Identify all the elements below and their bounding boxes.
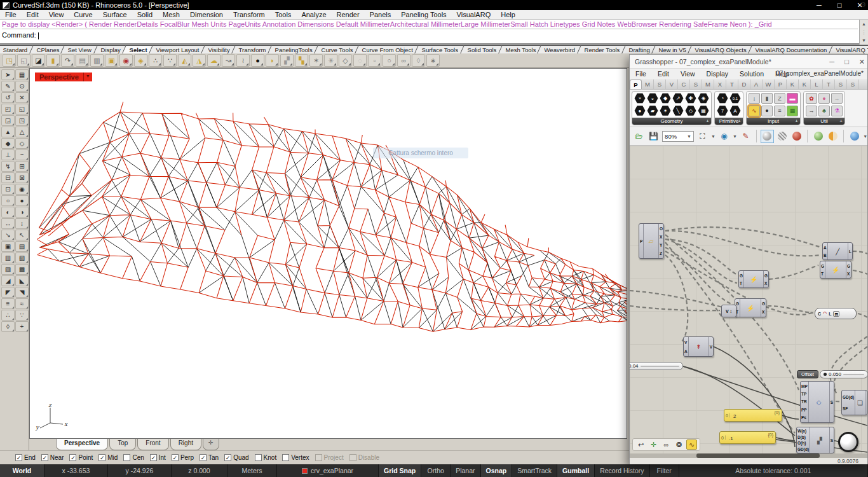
left-toolbar-icon-41[interactable]: ≈ xyxy=(15,298,29,309)
toolbar-tab-solid-tools[interactable]: Solid Tools xyxy=(460,45,505,53)
gh-primitive-icon-3[interactable]: A xyxy=(729,106,741,116)
toggle-smarttrack[interactable]: SmartTrack xyxy=(512,464,557,477)
gh-minimize-button[interactable]: ─ xyxy=(829,58,834,66)
units-label[interactable]: Meters xyxy=(227,464,277,477)
jump-icon[interactable]: ● xyxy=(818,93,830,104)
command-scrollbar[interactable]: ▲ ⋮ ▼ xyxy=(859,20,868,45)
menu-item-paneling-tools[interactable]: Paneling Tools xyxy=(396,11,451,18)
gh-menu-edit[interactable]: Edit xyxy=(652,70,675,78)
left-toolbar-icon-44[interactable]: ◊ xyxy=(1,321,15,332)
port-Y[interactable]: Y xyxy=(660,243,663,247)
top-toolbar-icon-2[interactable]: ◪ xyxy=(32,54,45,67)
gh-geometry-icon-1[interactable]: ● xyxy=(634,106,646,116)
left-toolbar-icon-40[interactable]: ≡ xyxy=(1,298,15,309)
cherry-picker-icon[interactable]: ✿ xyxy=(806,93,817,104)
toolbar-tab-visualarq-documentation[interactable]: VisualARQ Documentation xyxy=(749,45,836,53)
osnap-mid[interactable]: ✓Mid xyxy=(98,454,118,461)
port-G[interactable]: G xyxy=(762,301,765,306)
port-X[interactable]: X xyxy=(764,281,768,286)
widget-axis-icon[interactable]: ✛ xyxy=(648,439,659,450)
gh-category-tab-10-A[interactable]: A xyxy=(750,80,763,89)
left-toolbar-icon-34[interactable]: ▨ xyxy=(1,264,15,275)
menu-item-mesh[interactable]: Mesh xyxy=(158,11,185,18)
gh-category-tab-14-K[interactable]: K xyxy=(799,80,811,89)
gh-geometry-icon-9[interactable]: ◇ xyxy=(685,106,696,116)
viewport-title[interactable]: Perspective ▼ xyxy=(35,73,92,81)
menu-item-analyze[interactable]: Analyze xyxy=(296,11,331,18)
image-sampler-icon[interactable]: ▦ xyxy=(787,106,798,116)
left-toolbar-icon-22[interactable]: ○ xyxy=(1,195,15,206)
port-Ps[interactable]: Ps xyxy=(801,415,808,420)
curve-button-icon[interactable]: ⬒ xyxy=(833,311,839,317)
gh-category-tab-13-K[interactable]: K xyxy=(787,80,799,89)
menu-item-view[interactable]: View xyxy=(44,11,69,18)
left-toolbar-icon-45[interactable]: + xyxy=(15,321,29,332)
gh-menu-solution[interactable]: Solution xyxy=(734,70,770,78)
gh-category-tab-8-T[interactable]: T xyxy=(726,80,738,89)
checkbox-quad[interactable]: ✓ xyxy=(224,454,231,461)
left-toolbar-icon-31[interactable]: ▤ xyxy=(15,241,29,252)
left-toolbar-icon-19[interactable]: ⊠ xyxy=(15,172,29,183)
scroll-down-icon[interactable]: ▼ xyxy=(860,36,868,45)
left-toolbar-icon-15[interactable]: ~ xyxy=(15,149,29,160)
left-toolbar-icon-23[interactable]: ● xyxy=(15,195,29,206)
toolbar-tab-surface-tools[interactable]: Surface Tools xyxy=(415,45,466,53)
port-T[interactable]: T xyxy=(821,272,824,276)
top-toolbar-icon-8[interactable]: ◉ xyxy=(119,54,133,67)
left-toolbar-icon-37[interactable]: ◣ xyxy=(15,275,29,286)
menu-item-transform[interactable]: Transform xyxy=(228,11,270,18)
gh-category-tab-4-C[interactable]: C xyxy=(678,80,690,89)
data-out-icon[interactable]: → xyxy=(806,106,817,116)
left-toolbar-icon-8[interactable]: ◲ xyxy=(1,115,15,126)
widget-spiral-icon[interactable]: ❂ xyxy=(674,439,684,450)
menu-item-curve[interactable]: Curve xyxy=(69,11,97,18)
chevron-down-icon[interactable]: ▼ xyxy=(863,134,867,139)
viewport-tab-front[interactable]: Front xyxy=(137,439,168,450)
toolbar-tab-weaverbird[interactable]: Weaverbird xyxy=(538,45,583,53)
port-S[interactable]: S xyxy=(831,438,833,443)
gh-component-morph[interactable]: GD(d)SF❏ xyxy=(841,390,867,415)
port-V[interactable]: V xyxy=(710,345,712,349)
selected-preview-icon[interactable] xyxy=(812,130,824,142)
perspective-viewport[interactable]: Perspective ▼ Cattura schermo intero z x… xyxy=(29,68,627,439)
gh-geometry-icon-11[interactable]: ▦ xyxy=(698,106,709,116)
top-toolbar-icon-20[interactable]: ▚ xyxy=(295,54,308,67)
port-S[interactable]: S xyxy=(831,400,833,404)
viewport-tab-perspective[interactable]: Perspective xyxy=(56,439,108,450)
left-toolbar-icon-39[interactable]: ◥ xyxy=(15,287,29,298)
top-toolbar-icon-24[interactable]: ◌ xyxy=(353,54,367,67)
top-toolbar-icon-5[interactable]: ▤ xyxy=(76,54,89,67)
left-toolbar-icon-27[interactable]: ↕ xyxy=(15,218,29,229)
maximize-button[interactable]: □ xyxy=(835,1,844,9)
port-GD(d)[interactable]: GD(d) xyxy=(843,395,854,399)
port-L[interactable]: L xyxy=(849,249,851,254)
gh-component-move3[interactable]: GT⚡GX xyxy=(820,261,851,279)
left-toolbar-icon-26[interactable]: ↔ xyxy=(1,218,15,229)
gh-geometry-icon-5[interactable]: ✶ xyxy=(660,106,671,116)
port-P[interactable]: P xyxy=(640,239,642,244)
left-toolbar-icon-42[interactable]: ∴ xyxy=(1,310,15,321)
gh-primitive-icon-1[interactable]: 7 xyxy=(717,106,728,116)
toggle-ortho[interactable]: Ortho xyxy=(421,464,451,477)
left-toolbar-icon-38[interactable]: ◤ xyxy=(1,287,15,298)
gh-component-move2[interactable]: GT⚡GX xyxy=(735,298,766,317)
viewport-tab-right[interactable]: Right xyxy=(170,439,201,450)
gh-component-rotate[interactable]: VA↟V xyxy=(683,336,714,357)
gh-slider-004[interactable]: 0.04 xyxy=(630,362,683,370)
port-A[interactable]: A xyxy=(684,349,688,354)
left-toolbar-icon-17[interactable]: ⊞ xyxy=(15,161,29,172)
checkbox-vertex[interactable] xyxy=(282,454,289,461)
gh-geometry-icon-10[interactable]: ◈ xyxy=(698,93,709,104)
port-Z[interactable]: Z xyxy=(660,251,663,256)
zoom-extents-icon[interactable]: ⛶ xyxy=(696,130,709,142)
save-file-icon[interactable]: 💾 xyxy=(648,130,660,142)
gh-category-tab-7-X[interactable]: X xyxy=(714,80,726,89)
top-toolbar-icon-15[interactable]: ↝ xyxy=(222,54,235,67)
viewport-title-label[interactable]: Perspective xyxy=(35,73,83,81)
port-V[interactable]: V xyxy=(684,340,688,345)
checkbox-cen[interactable] xyxy=(123,454,130,461)
top-toolbar-icon-7[interactable]: ▣ xyxy=(105,54,118,67)
top-toolbar-icon-6[interactable]: ▥ xyxy=(90,54,104,67)
top-toolbar-icon-26[interactable]: ○ xyxy=(383,54,396,67)
left-toolbar-icon-20[interactable]: ⊡ xyxy=(1,184,15,195)
